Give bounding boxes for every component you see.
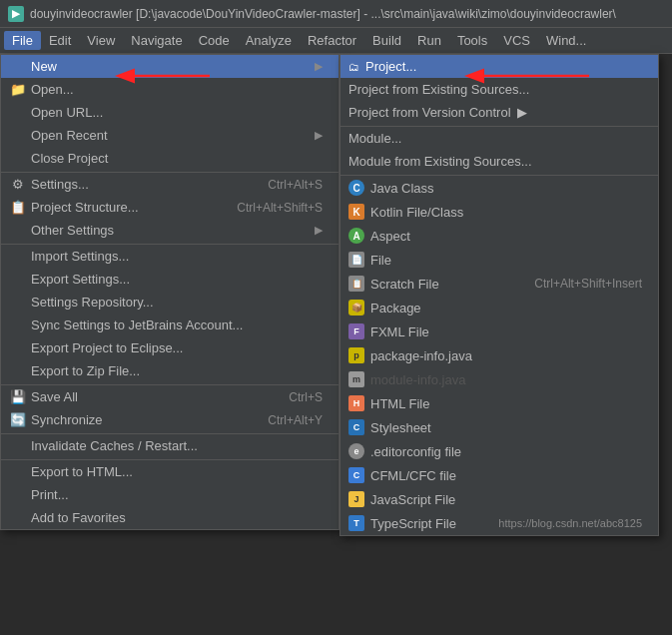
submenu-fxml[interactable]: F FXML File xyxy=(340,319,658,343)
html-icon: H xyxy=(348,395,364,411)
menu-add-favorites[interactable]: Add to Favorites xyxy=(1,506,338,529)
kotlin-icon: K xyxy=(348,204,364,220)
submenu-module[interactable]: Module... xyxy=(340,126,658,150)
java-class-icon: C xyxy=(348,180,364,196)
submenu-java-class[interactable]: C Java Class xyxy=(340,175,658,200)
menu-other-settings[interactable]: Other Settings ▶ xyxy=(1,219,338,242)
menu-export-eclipse[interactable]: Export Project to Eclipse... xyxy=(1,336,338,359)
submenu-editorconfig[interactable]: e .editorconfig file xyxy=(340,439,658,463)
menu-open-recent[interactable]: Open Recent ▶ xyxy=(1,124,338,147)
menu-new[interactable]: New ▶ xyxy=(1,55,338,78)
menu-export-settings[interactable]: Export Settings... xyxy=(1,268,338,291)
menu-open-url[interactable]: Open URL... xyxy=(1,101,338,124)
menu-file[interactable]: File xyxy=(4,31,41,50)
submenu-package[interactable]: 📦 Package xyxy=(340,296,658,319)
title-bar: ▶ douyinvideocrawler [D:\javacode\DouYin… xyxy=(0,0,672,28)
menu-edit[interactable]: Edit xyxy=(41,31,79,50)
submenu-project-vcs[interactable]: Project from Version Control ▶ xyxy=(340,101,658,124)
pkg-info-icon: p xyxy=(348,347,364,363)
fxml-icon: F xyxy=(348,323,364,339)
menu-invalidate-caches[interactable]: Invalidate Caches / Restart... xyxy=(1,433,338,457)
new-submenu: 🗂 Project... Project from Existing Sourc… xyxy=(339,54,659,536)
js-icon: J xyxy=(348,491,364,507)
submenu-stylesheet[interactable]: C Stylesheet xyxy=(340,415,658,439)
submenu-project[interactable]: 🗂 Project... xyxy=(340,55,658,78)
submenu-package-info[interactable]: p package-info.java xyxy=(340,343,658,367)
menu-print[interactable]: Print... xyxy=(1,483,338,506)
submenu-cfml[interactable]: C CFML/CFC file xyxy=(340,463,658,487)
scratch-icon: 📋 xyxy=(348,276,364,292)
menu-export-zip[interactable]: Export to Zip File... xyxy=(1,359,338,382)
aspect-icon: A xyxy=(348,228,364,244)
menu-sync-settings[interactable]: Sync Settings to JetBrains Account... xyxy=(1,314,338,336)
menu-window[interactable]: Wind... xyxy=(538,31,594,50)
recent-arrow-icon: ▶ xyxy=(315,129,323,142)
file-icon: 📄 xyxy=(348,252,364,268)
cfml-icon: C xyxy=(348,467,364,483)
menu-view[interactable]: View xyxy=(79,31,123,50)
project-icon: 🗂 xyxy=(348,61,359,73)
menu-import-settings[interactable]: Import Settings... xyxy=(1,244,338,268)
arrow-icon: ▶ xyxy=(315,60,323,73)
save-icon: 💾 xyxy=(9,389,27,404)
synchronize-icon: 🔄 xyxy=(9,412,27,427)
menu-settings-repo[interactable]: Settings Repository... xyxy=(1,291,338,314)
editorconfig-icon: e xyxy=(348,443,364,459)
menu-vcs[interactable]: VCS xyxy=(495,31,538,50)
submenu-kotlin[interactable]: K Kotlin File/Class xyxy=(340,200,658,224)
menu-tools[interactable]: Tools xyxy=(449,31,495,50)
submenu-project-existing[interactable]: Project from Existing Sources... xyxy=(340,78,658,101)
menu-refactor[interactable]: Refactor xyxy=(300,31,364,50)
menu-build[interactable]: Build xyxy=(364,31,409,50)
submenu-aspect[interactable]: A Aspect xyxy=(340,224,658,248)
css-icon: C xyxy=(348,419,364,435)
app-icon: ▶ xyxy=(8,6,24,22)
watermark-text: https://blog.csdn.net/abc8125 xyxy=(498,517,642,529)
project-structure-icon: 📋 xyxy=(9,200,27,215)
submenu-scratch-file[interactable]: 📋 Scratch File Ctrl+Alt+Shift+Insert xyxy=(340,272,658,296)
menu-analyze[interactable]: Analyze xyxy=(238,31,300,50)
menu-bar: File Edit View Navigate Code Analyze Ref… xyxy=(0,28,672,54)
open-icon: 📁 xyxy=(9,82,27,97)
vcs-arrow-icon: ▶ xyxy=(517,105,527,120)
menu-project-structure[interactable]: 📋 Project Structure... Ctrl+Alt+Shift+S xyxy=(1,196,338,219)
submenu-file[interactable]: 📄 File xyxy=(340,248,658,272)
module-info-icon: m xyxy=(348,371,364,387)
menu-synchronize[interactable]: 🔄 Synchronize Ctrl+Alt+Y xyxy=(1,408,338,431)
menu-close-project[interactable]: Close Project xyxy=(1,147,338,170)
menu-open[interactable]: 📁 Open... xyxy=(1,78,338,101)
submenu-ts-file[interactable]: T TypeScript File https://blog.csdn.net/… xyxy=(340,511,658,535)
submenu-js-file[interactable]: J JavaScript File xyxy=(340,487,658,511)
submenu-module-info[interactable]: m module-info.java xyxy=(340,367,658,391)
menu-settings[interactable]: ⚙ Settings... Ctrl+Alt+S xyxy=(1,172,338,196)
ts-icon: T xyxy=(348,515,364,531)
other-settings-arrow-icon: ▶ xyxy=(315,224,323,237)
settings-icon: ⚙ xyxy=(9,177,27,192)
menu-run[interactable]: Run xyxy=(409,31,449,50)
menu-save-all[interactable]: 💾 Save All Ctrl+S xyxy=(1,384,338,408)
package-icon: 📦 xyxy=(348,300,364,316)
menu-export-html[interactable]: Export to HTML... xyxy=(1,459,338,483)
submenu-html-file[interactable]: H HTML File xyxy=(340,391,658,415)
submenu-module-existing[interactable]: Module from Existing Sources... xyxy=(340,150,658,173)
file-dropdown: New ▶ 📁 Open... Open URL... Open Recent … xyxy=(0,54,339,530)
title-bar-text: douyinvideocrawler [D:\javacode\DouYinVi… xyxy=(30,7,616,21)
menu-code[interactable]: Code xyxy=(191,31,238,50)
menu-navigate[interactable]: Navigate xyxy=(123,31,190,50)
